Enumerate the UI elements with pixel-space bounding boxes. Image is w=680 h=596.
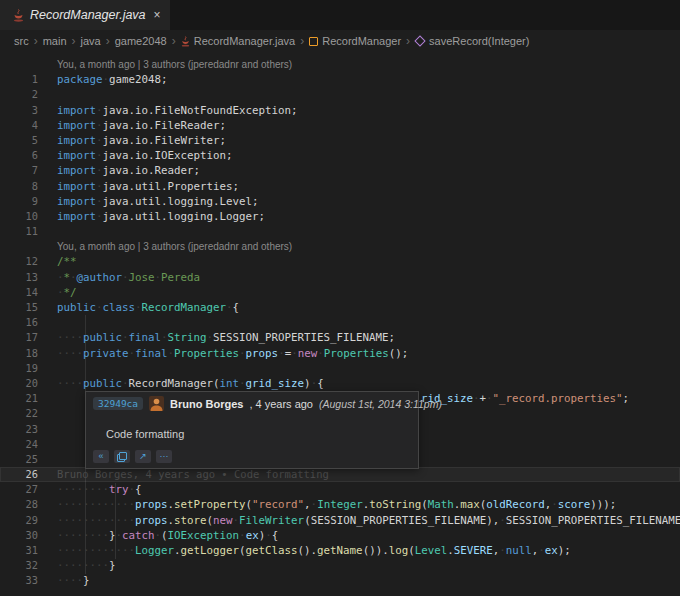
line-number[interactable]: 14 [0, 285, 38, 300]
line-number[interactable]: 11 [0, 224, 38, 239]
code-line-33[interactable]: 33····} [0, 573, 680, 588]
line-number[interactable]: 18 [0, 346, 38, 361]
code-token: ············ [57, 498, 135, 511]
code-line-15[interactable]: 15public·class·RecordManager·{ [0, 300, 680, 315]
codelens-row[interactable]: You, a month ago | 3 authors (jperedadnr… [0, 239, 680, 254]
breadcrumb-item-recordmanager-java[interactable]: RecordManager.java [181, 35, 296, 47]
line-number[interactable] [0, 57, 38, 72]
code-line-7[interactable]: 7import·java.io.Reader; [0, 163, 680, 178]
code-line-31[interactable]: 31············Logger.getLogger(getClass(… [0, 543, 680, 558]
tab-recordmanager-java[interactable]: RecordManager.java × [0, 0, 170, 30]
line-number[interactable]: 4 [0, 118, 38, 133]
line-number[interactable]: 10 [0, 209, 38, 224]
code-line-19[interactable]: 19 [0, 361, 680, 376]
code-token: log [389, 544, 409, 557]
code-token: ········ [57, 529, 109, 542]
code-line-11[interactable]: 11 [0, 224, 680, 239]
code-line-3[interactable]: 3import·java.io.FileNotFoundException; [0, 103, 680, 118]
commit-date: (August 1st, 2014 3:11pm) [319, 398, 442, 410]
open-changes-button[interactable]: « [93, 450, 109, 463]
code-text: import·java.io.FileReader; [38, 118, 226, 133]
code-token: ············ [57, 544, 135, 557]
code-line-18[interactable]: 18····private·final·Properties·props·=·n… [0, 346, 680, 361]
code-line-4[interactable]: 4import·java.io.FileReader; [0, 118, 680, 133]
line-number[interactable]: 25 [0, 452, 38, 467]
code-line-8[interactable]: 8import·java.util.Properties; [0, 179, 680, 194]
line-number[interactable]: 27 [0, 482, 38, 497]
code-line-12[interactable]: 12/** [0, 254, 680, 269]
code-line-13[interactable]: 13·*·@author·Jose·Pereda [0, 270, 680, 285]
codelens-authors-label[interactable]: You, a month ago | 3 authors (jperedadnr… [57, 59, 292, 70]
code-line-9[interactable]: 9import·java.util.logging.Level; [0, 194, 680, 209]
line-number[interactable]: 17 [0, 330, 38, 345]
line-number[interactable]: 7 [0, 163, 38, 178]
line-number[interactable]: 21 [0, 391, 38, 406]
line-number[interactable]: 16 [0, 315, 38, 330]
line-number[interactable]: 1 [0, 72, 38, 87]
line-number[interactable]: 32 [0, 558, 38, 573]
line-number[interactable] [0, 239, 38, 254]
line-number[interactable]: 15 [0, 300, 38, 315]
code-line-27[interactable]: 27········try·{ [0, 482, 680, 497]
code-token: { [272, 529, 279, 542]
line-number[interactable]: 3 [0, 103, 38, 118]
line-number[interactable]: 19 [0, 361, 38, 376]
commit-message: Code formatting [106, 428, 184, 440]
open-remote-button[interactable]: ↗ [135, 450, 151, 463]
breadcrumb-item-src[interactable]: src [14, 35, 29, 47]
code-token: "record" [252, 498, 304, 511]
line-number[interactable]: 20 [0, 376, 38, 391]
line-number[interactable]: 13 [0, 270, 38, 285]
more-actions-button[interactable]: ··· [156, 450, 172, 463]
code-line-10[interactable]: 10import·java.util.logging.Logger; [0, 209, 680, 224]
breadcrumb-separator-icon: › [67, 36, 81, 46]
code-line-28[interactable]: 28············props.setProperty("record"… [0, 497, 680, 512]
line-number[interactable]: 22 [0, 406, 38, 421]
breadcrumb-label: RecordManager [322, 35, 401, 47]
inline-blame-annotation: Bruno Borges, 4 years ago • Code formatt… [57, 468, 329, 480]
line-number[interactable]: 23 [0, 422, 38, 437]
code-line-17[interactable]: 17····public·final·String·SESSION_PROPER… [0, 330, 680, 345]
copy-sha-button[interactable] [114, 450, 130, 463]
line-number[interactable]: 33 [0, 573, 38, 588]
code-line-30[interactable]: 30········}·catch·(IOException·ex)·{ [0, 528, 680, 543]
line-number[interactable]: 9 [0, 194, 38, 209]
code-line-2[interactable]: 2 [0, 87, 680, 102]
line-number[interactable]: 5 [0, 133, 38, 148]
line-number[interactable]: 31 [0, 543, 38, 558]
code-line-29[interactable]: 29············props.store(new·FileWriter… [0, 513, 680, 528]
line-number[interactable]: 6 [0, 148, 38, 163]
code-line-26[interactable]: 26Bruno Borges, 4 years ago • Code forma… [0, 467, 680, 482]
line-number[interactable]: 24 [0, 437, 38, 452]
line-number[interactable]: 30 [0, 528, 38, 543]
code-token: java.io.FileReader; [103, 119, 227, 132]
line-number[interactable]: 29 [0, 513, 38, 528]
java-file-icon [13, 9, 24, 22]
line-number[interactable]: 26 [0, 467, 38, 482]
codelens-authors-label[interactable]: You, a month ago | 3 authors (jperedadnr… [57, 241, 292, 252]
line-number[interactable]: 12 [0, 254, 38, 269]
code-line-14[interactable]: 14·*/ [0, 285, 680, 300]
breadcrumb-item-saverecord-integer-[interactable]: saveRecord(Integer) [415, 35, 529, 47]
line-number[interactable]: 2 [0, 87, 38, 102]
line-number[interactable]: 8 [0, 179, 38, 194]
commit-sha-chip[interactable]: 32949ca [93, 397, 143, 410]
close-icon[interactable]: × [152, 8, 163, 22]
code-line-1[interactable]: 1package·game2048; [0, 72, 680, 87]
breadcrumb-item-main[interactable]: main [43, 35, 67, 47]
code-line-6[interactable]: 6import·java.io.IOException; [0, 148, 680, 163]
codelens-row[interactable]: You, a month ago | 3 authors (jperedadnr… [0, 57, 680, 72]
code-line-32[interactable]: 32········} [0, 558, 680, 573]
commit-time-ago: , 4 years ago [249, 398, 313, 410]
breadcrumb-item-java[interactable]: java [81, 35, 101, 47]
line-number[interactable]: 28 [0, 497, 38, 512]
code-line-16[interactable]: 16 [0, 315, 680, 330]
editor-pane[interactable]: You, a month ago | 3 authors (jperedadnr… [0, 52, 680, 596]
code-token: public [83, 331, 122, 344]
breadcrumb-item-recordmanager[interactable]: RecordManager [309, 35, 401, 47]
breadcrumb-item-game2048[interactable]: game2048 [115, 35, 167, 47]
code-token: props [246, 347, 279, 360]
code-line-20[interactable]: 20····public·RecordManager(int·grid_size… [0, 376, 680, 391]
code-line-5[interactable]: 5import·java.io.FileWriter; [0, 133, 680, 148]
code-token: Integer [317, 498, 363, 511]
